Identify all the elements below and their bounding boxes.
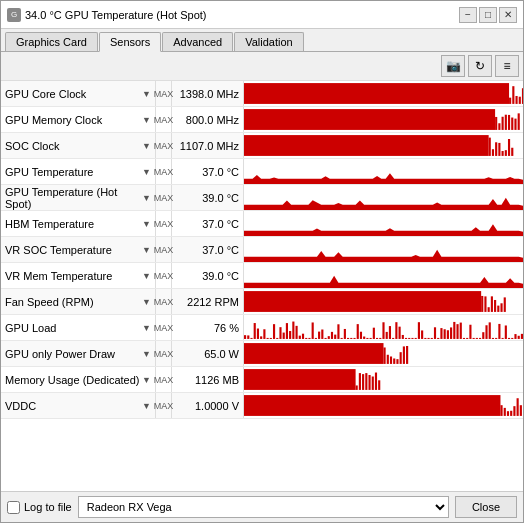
sensor-name-text: SOC Clock <box>5 140 59 152</box>
graph-svg <box>244 81 523 106</box>
sensor-name-text: GPU Memory Clock <box>5 114 102 126</box>
svg-rect-141 <box>244 395 500 416</box>
sensor-max-label: MAX <box>156 211 172 236</box>
sensor-dropdown-arrow[interactable]: ▼ <box>142 271 151 281</box>
sensor-dropdown-arrow[interactable]: ▼ <box>142 193 151 203</box>
sensor-dropdown-arrow[interactable]: ▼ <box>142 167 151 177</box>
svg-rect-55 <box>305 338 307 339</box>
svg-rect-10 <box>495 117 497 130</box>
svg-rect-32 <box>494 300 496 312</box>
svg-rect-49 <box>286 323 288 339</box>
sensor-dropdown-arrow[interactable]: ▼ <box>142 375 151 385</box>
sensor-row: GPU only Power Draw▼MAX65.0 W <box>1 341 523 367</box>
sensor-name-cell: HBM Temperature▼ <box>1 211 156 236</box>
refresh-button[interactable]: ↻ <box>468 55 492 77</box>
sensor-row: Fan Speed (RPM)▼MAX2212 RPM <box>1 289 523 315</box>
sensor-dropdown-arrow[interactable]: ▼ <box>142 349 151 359</box>
svg-rect-35 <box>504 297 506 312</box>
log-to-file-checkbox[interactable] <box>7 501 20 514</box>
minimize-button[interactable]: − <box>459 7 477 23</box>
sensor-max-label: MAX <box>156 107 172 132</box>
tab-advanced[interactable]: Advanced <box>162 32 233 51</box>
svg-rect-75 <box>370 338 372 339</box>
svg-rect-65 <box>337 324 339 339</box>
svg-rect-109 <box>479 338 481 339</box>
sensor-row: VR Mem Temperature▼MAX39.0 °C <box>1 263 523 289</box>
svg-rect-106 <box>469 325 471 339</box>
svg-rect-121 <box>518 336 520 339</box>
sensor-graph <box>244 211 523 236</box>
svg-rect-100 <box>450 327 452 339</box>
svg-rect-85 <box>402 335 404 339</box>
svg-rect-59 <box>318 332 320 339</box>
sensor-name-text: GPU only Power Draw <box>5 348 115 360</box>
sensor-dropdown-arrow[interactable]: ▼ <box>142 219 151 229</box>
sensor-dropdown-arrow[interactable]: ▼ <box>142 245 151 255</box>
svg-rect-27 <box>244 291 481 312</box>
sensor-max-label: MAX <box>156 393 172 418</box>
sensor-dropdown-arrow[interactable]: ▼ <box>142 401 151 411</box>
camera-button[interactable]: 📷 <box>441 55 465 77</box>
close-button[interactable]: ✕ <box>499 7 517 23</box>
sensor-graph <box>244 315 523 340</box>
svg-rect-68 <box>347 338 349 339</box>
sensor-row: VR SOC Temperature▼MAX37.0 °C <box>1 237 523 263</box>
svg-rect-120 <box>514 334 516 339</box>
svg-rect-144 <box>507 411 509 416</box>
svg-rect-76 <box>373 328 375 339</box>
svg-rect-130 <box>403 346 405 364</box>
svg-rect-12 <box>502 117 504 130</box>
svg-rect-38 <box>250 338 252 339</box>
svg-rect-134 <box>359 373 361 390</box>
svg-rect-45 <box>273 324 275 339</box>
sensor-value: 1.0000 V <box>172 393 244 418</box>
svg-rect-23 <box>502 151 504 156</box>
settings-button[interactable]: ≡ <box>495 55 519 77</box>
device-select[interactable]: Radeon RX Vega <box>78 496 449 518</box>
svg-rect-77 <box>376 338 378 339</box>
sensor-name-cell: VR SOC Temperature▼ <box>1 237 156 262</box>
close-bottom-button[interactable]: Close <box>455 496 517 518</box>
svg-rect-88 <box>411 338 413 339</box>
svg-rect-83 <box>395 322 397 339</box>
svg-rect-111 <box>485 325 487 339</box>
svg-rect-26 <box>511 148 513 156</box>
svg-rect-127 <box>393 358 395 363</box>
sensor-dropdown-arrow[interactable]: ▼ <box>142 115 151 125</box>
svg-rect-114 <box>495 338 497 339</box>
svg-rect-131 <box>406 346 408 364</box>
svg-rect-17 <box>518 113 520 130</box>
tab-validation[interactable]: Validation <box>234 32 304 51</box>
title-bar: G 34.0 °C GPU Temperature (Hot Spot) − □… <box>1 1 523 29</box>
svg-rect-39 <box>254 323 256 339</box>
svg-rect-128 <box>396 359 398 364</box>
svg-rect-98 <box>444 329 446 339</box>
log-to-file-label[interactable]: Log to file <box>7 501 72 514</box>
svg-rect-37 <box>247 335 249 339</box>
tab-graphics-card[interactable]: Graphics Card <box>5 32 98 51</box>
sensor-dropdown-arrow[interactable]: ▼ <box>142 297 151 307</box>
sensor-graph <box>244 289 523 314</box>
sensor-value: 800.0 MHz <box>172 107 244 132</box>
svg-rect-54 <box>302 334 304 339</box>
sensor-graph <box>244 393 523 418</box>
tab-sensors[interactable]: Sensors <box>99 32 161 52</box>
sensor-value: 37.0 °C <box>172 159 244 184</box>
svg-rect-97 <box>440 328 442 339</box>
svg-rect-99 <box>447 330 449 339</box>
sensor-dropdown-arrow[interactable]: ▼ <box>142 141 151 151</box>
maximize-button[interactable]: □ <box>479 7 497 23</box>
sensor-name-cell: GPU Temperature▼ <box>1 159 156 184</box>
svg-rect-30 <box>488 307 490 312</box>
sensor-graph <box>244 367 523 392</box>
svg-rect-132 <box>244 369 356 390</box>
sensor-dropdown-arrow[interactable]: ▼ <box>142 323 151 333</box>
graph-svg <box>244 263 523 288</box>
svg-rect-43 <box>267 338 269 339</box>
sensor-max-label: MAX <box>156 341 172 366</box>
graph-svg <box>244 341 523 366</box>
sensor-dropdown-arrow[interactable]: ▼ <box>142 89 151 99</box>
svg-rect-118 <box>508 338 510 339</box>
graph-svg <box>244 211 523 236</box>
svg-rect-22 <box>498 143 500 156</box>
